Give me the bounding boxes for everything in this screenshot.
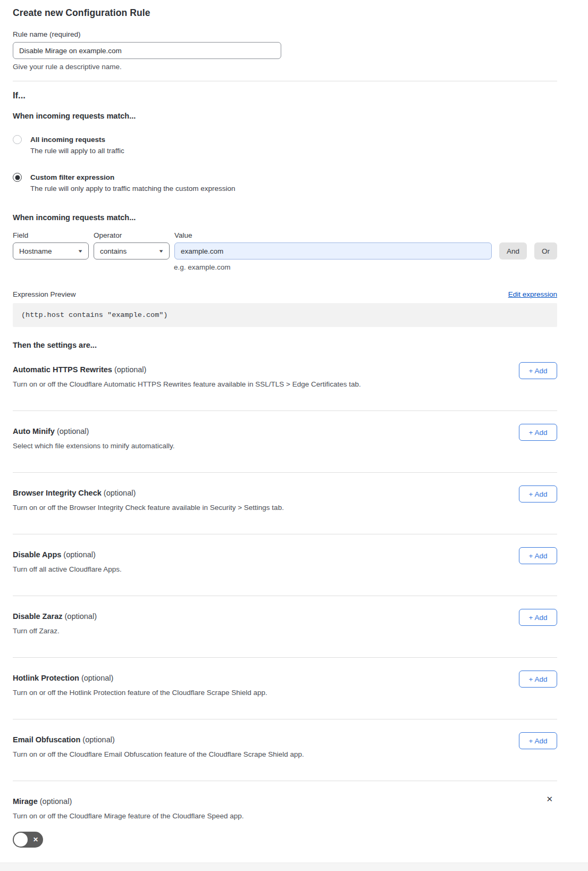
- setting-optional-tag: (optional): [57, 427, 89, 436]
- setting-description: Turn on or off the Cloudflare Email Obfu…: [13, 750, 557, 758]
- setting-description: Turn on or off the Browser Integrity Che…: [13, 504, 557, 512]
- radio-option-description: The rule will only apply to traffic matc…: [30, 183, 235, 194]
- mirage-toggle[interactable]: ✕: [13, 832, 43, 848]
- then-settings-heading: Then the settings are...: [13, 341, 557, 349]
- radio-option-custom-filter-expression[interactable]: Custom filter expression The rule will o…: [13, 172, 557, 194]
- field-select-value: Hostname: [19, 247, 52, 255]
- setting-name: Mirage: [13, 797, 38, 806]
- radio-option-text: Custom filter expression The rule will o…: [30, 172, 235, 194]
- setting-title: Disable Zaraz (optional): [13, 612, 557, 621]
- setting-disable-apps: Disable Apps (optional) Turn off all act…: [13, 534, 557, 596]
- setting-optional-tag: (optional): [81, 674, 113, 682]
- add-button[interactable]: + Add: [519, 547, 557, 564]
- expression-preview-label: Expression Preview: [13, 290, 76, 298]
- incoming-requests-match-heading: When incoming requests match...: [13, 112, 557, 120]
- setting-hotlink-protection: Hotlink Protection (optional) Turn on or…: [13, 658, 557, 719]
- radio-option-label[interactable]: All incoming requests: [30, 135, 124, 145]
- setting-name: Hotlink Protection: [13, 674, 79, 682]
- setting-description: Turn on or off the Hotlink Protection fe…: [13, 689, 557, 697]
- setting-mirage: Mirage (optional) Turn on or off the Clo…: [13, 781, 557, 871]
- expression-builder-row: Field Hostname ▼ Operator contains ▼ Val…: [13, 231, 557, 259]
- setting-optional-tag: (optional): [104, 489, 136, 497]
- expression-preview-header: Expression Preview Edit expression: [13, 290, 557, 298]
- expression-preview-code: (http.host contains "example.com"): [13, 303, 557, 327]
- page-title: Create new Configuration Rule: [13, 7, 557, 19]
- chevron-down-icon: ▼: [158, 249, 164, 254]
- setting-name: Automatic HTTPS Rewrites: [13, 365, 112, 374]
- value-input[interactable]: [174, 242, 492, 259]
- divider: [13, 81, 557, 81]
- add-button[interactable]: + Add: [519, 609, 557, 626]
- close-icon[interactable]: ✕: [546, 795, 553, 803]
- setting-disable-zaraz: Disable Zaraz (optional) Turn off Zaraz.…: [13, 596, 557, 658]
- toggle-knob: [14, 833, 28, 847]
- setting-automatic-https-rewrites: Automatic HTTPS Rewrites (optional) Turn…: [13, 349, 557, 411]
- setting-name: Email Obfuscation: [13, 735, 80, 744]
- radio-button-selected[interactable]: [13, 173, 22, 182]
- toggle-off-x-icon: ✕: [33, 836, 38, 843]
- setting-description: Turn off all active Cloudflare Apps.: [13, 565, 557, 573]
- setting-title: Disable Apps (optional): [13, 550, 557, 559]
- rule-name-input[interactable]: [13, 42, 281, 59]
- operator-column: Operator contains ▼: [94, 231, 170, 259]
- edit-expression-link[interactable]: Edit expression: [508, 290, 557, 298]
- setting-description: Turn on or off the Cloudflare Mirage fea…: [13, 812, 557, 820]
- and-button[interactable]: And: [499, 242, 527, 259]
- setting-name: Disable Zaraz: [13, 612, 63, 621]
- setting-optional-tag: (optional): [65, 612, 97, 621]
- value-column: Value: [174, 231, 492, 259]
- add-button[interactable]: + Add: [519, 485, 557, 502]
- setting-description: Turn on or off the Cloudflare Automatic …: [13, 380, 557, 388]
- radio-option-description: The rule will apply to all traffic: [30, 146, 124, 156]
- setting-title: Browser Integrity Check (optional): [13, 489, 557, 497]
- setting-optional-tag: (optional): [114, 365, 146, 374]
- operator-select[interactable]: contains ▼: [94, 242, 170, 259]
- setting-email-obfuscation: Email Obfuscation (optional) Turn on or …: [13, 719, 557, 781]
- match-type-radio-group: All incoming requests The rule will appl…: [13, 135, 557, 194]
- add-button[interactable]: + Add: [519, 732, 557, 749]
- setting-title: Auto Minify (optional): [13, 427, 557, 436]
- setting-title: Mirage (optional): [13, 797, 557, 806]
- setting-title: Automatic HTTPS Rewrites (optional): [13, 365, 557, 374]
- chevron-down-icon: ▼: [77, 249, 83, 254]
- or-button[interactable]: Or: [534, 242, 557, 259]
- expression-builder-heading: When incoming requests match...: [13, 213, 557, 222]
- field-select[interactable]: Hostname ▼: [13, 242, 89, 259]
- radio-button[interactable]: [13, 135, 22, 144]
- value-help-text: e.g. example.com: [174, 263, 557, 271]
- radio-option-label[interactable]: Custom filter expression: [30, 172, 235, 182]
- create-configuration-rule-form: Create new Configuration Rule Rule name …: [0, 0, 588, 871]
- field-column: Field Hostname ▼: [13, 231, 89, 259]
- setting-title: Email Obfuscation (optional): [13, 735, 557, 744]
- setting-optional-tag: (optional): [40, 797, 72, 806]
- field-label: Field: [13, 231, 89, 239]
- rule-name-label: Rule name (required): [13, 30, 557, 38]
- setting-optional-tag: (optional): [63, 550, 95, 559]
- setting-optional-tag: (optional): [82, 735, 114, 744]
- setting-browser-integrity-check: Browser Integrity Check (optional) Turn …: [13, 473, 557, 534]
- add-button[interactable]: + Add: [519, 362, 557, 379]
- setting-name: Browser Integrity Check: [13, 489, 102, 497]
- rule-name-help: Give your rule a descriptive name.: [13, 63, 557, 71]
- setting-title: Hotlink Protection (optional): [13, 674, 557, 682]
- operator-label: Operator: [94, 231, 170, 239]
- value-label: Value: [174, 231, 492, 239]
- radio-option-all-incoming-requests[interactable]: All incoming requests The rule will appl…: [13, 135, 557, 156]
- setting-description: Select which file extensions to minify a…: [13, 442, 557, 450]
- if-heading: If...: [13, 90, 557, 100]
- setting-auto-minify: Auto Minify (optional) Select which file…: [13, 411, 557, 473]
- setting-description: Turn off Zaraz.: [13, 627, 557, 635]
- add-button[interactable]: + Add: [519, 424, 557, 441]
- page-bottom-strip: [0, 862, 588, 871]
- setting-name: Disable Apps: [13, 550, 61, 559]
- setting-name: Auto Minify: [13, 427, 55, 436]
- operator-select-value: contains: [100, 247, 127, 255]
- add-button[interactable]: + Add: [519, 671, 557, 688]
- radio-option-text: All incoming requests The rule will appl…: [30, 135, 124, 156]
